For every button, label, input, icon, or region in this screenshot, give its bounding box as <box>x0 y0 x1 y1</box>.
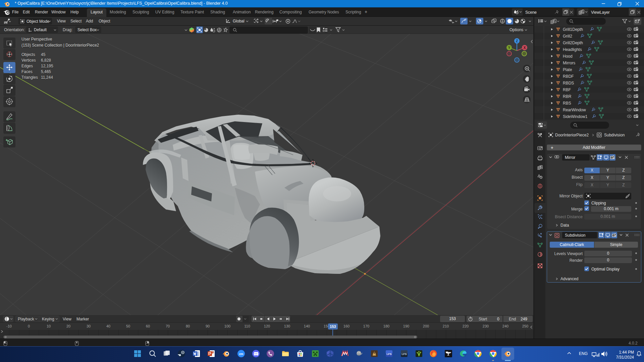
svg-text:X: X <box>524 46 526 50</box>
svg-text:Z: Z <box>516 39 518 43</box>
svg-text:LFS: LFS <box>401 353 407 356</box>
svg-text:zm: zm <box>239 352 244 356</box>
svg-text:LFS: LFS <box>386 353 392 356</box>
svg-text:Y: Y <box>508 46 511 50</box>
